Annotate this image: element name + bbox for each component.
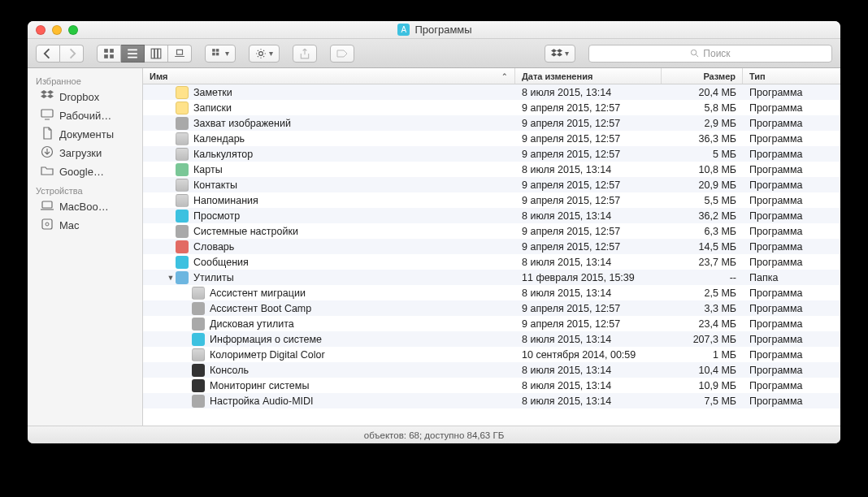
file-date: 9 апреля 2015, 12:57 (515, 102, 662, 114)
column-kind[interactable]: Тип (743, 68, 840, 84)
svg-rect-2 (104, 54, 108, 58)
table-row[interactable]: Карты8 июля 2015, 13:1410,8 МБПрограмма (143, 162, 840, 177)
svg-rect-8 (212, 49, 215, 52)
file-size: 20,4 МБ (662, 87, 743, 98)
arrange-button[interactable]: ▾ (205, 45, 236, 63)
columns-icon (150, 48, 162, 59)
close-button[interactable] (36, 25, 46, 35)
file-kind: Программа (743, 349, 840, 361)
minimize-button[interactable] (52, 25, 62, 35)
file-name: Карты (193, 164, 223, 175)
sidebar-item-favorite[interactable]: Рабочий… (28, 106, 142, 125)
share-button[interactable] (293, 45, 317, 63)
file-name: Системные настройки (193, 226, 298, 237)
sidebar-item-favorite[interactable]: Загрузки (28, 144, 142, 162)
file-name: Мониторинг системы (210, 380, 309, 391)
table-row[interactable]: Контакты9 апреля 2015, 12:5720,9 МБПрогр… (143, 177, 840, 192)
file-kind: Папка (743, 272, 840, 283)
view-list-button[interactable] (121, 45, 145, 63)
file-size: 23,7 МБ (662, 257, 743, 268)
table-row[interactable]: Калькулятор9 апреля 2015, 12:575 МБПрогр… (143, 146, 840, 162)
view-columns-button[interactable] (145, 45, 168, 63)
file-date: 9 апреля 2015, 12:57 (515, 195, 662, 206)
file-icon (176, 102, 189, 115)
column-size[interactable]: Размер (662, 68, 743, 84)
zoom-button[interactable] (68, 25, 78, 35)
file-date: 9 апреля 2015, 12:57 (515, 303, 662, 314)
file-icon (176, 271, 189, 284)
file-kind: Программа (743, 365, 840, 376)
sidebar-item-label: MacBoo… (59, 201, 109, 213)
file-size: 36,3 МБ (662, 133, 743, 145)
file-icon (176, 86, 189, 99)
action-button[interactable]: ▾ (249, 45, 280, 63)
table-row[interactable]: Колориметр Digital Color10 сентября 2014… (143, 347, 840, 362)
view-icons-button[interactable] (97, 45, 121, 63)
list-icon (127, 48, 138, 59)
view-coverflow-button[interactable] (168, 45, 192, 63)
table-row[interactable]: Календарь9 апреля 2015, 12:5736,3 МБПрог… (143, 131, 840, 146)
disk-icon (41, 218, 54, 233)
file-icon (176, 240, 189, 253)
file-name: Записки (193, 102, 232, 114)
tags-button[interactable] (330, 45, 354, 63)
file-name: Ассистент Boot Camp (210, 303, 311, 314)
svg-point-18 (46, 223, 49, 226)
window-title-text: Программы (414, 24, 471, 36)
sidebar-item-favorite[interactable]: Dropbox (28, 88, 142, 106)
table-row[interactable]: Консоль8 июля 2015, 13:1410,4 МБПрограмм… (143, 362, 840, 378)
table-row[interactable]: Настройка Audio-MIDI8 июля 2015, 13:147,… (143, 393, 840, 408)
table-row[interactable]: Записки9 апреля 2015, 12:575,8 МБПрограм… (143, 100, 840, 115)
sidebar-item-favorite[interactable]: Документы (28, 125, 142, 144)
window-title: A Программы (78, 24, 792, 36)
file-name: Напоминания (193, 195, 258, 206)
column-name[interactable]: Имя⌃ (143, 68, 515, 84)
table-row[interactable]: Заметки8 июля 2015, 13:1420,4 МБПрограмм… (143, 84, 840, 100)
chevron-down-icon: ▾ (565, 49, 569, 58)
table-row[interactable]: Дисковая утилита9 апреля 2015, 12:5723,4… (143, 316, 840, 331)
table-row[interactable]: Ассистент миграции8 июля 2015, 13:142,5 … (143, 285, 840, 300)
back-button[interactable] (36, 45, 60, 63)
table-row[interactable]: Мониторинг системы8 июля 2015, 13:1410,9… (143, 378, 840, 393)
file-icon (192, 348, 205, 361)
svg-rect-6 (158, 49, 161, 58)
grid-icon (103, 48, 115, 59)
table-row[interactable]: Напоминания9 апреля 2015, 12:575,5 МБПро… (143, 192, 840, 208)
file-date: 8 июля 2015, 13:14 (515, 257, 662, 268)
file-kind: Программа (743, 149, 840, 160)
folder-icon (41, 164, 54, 179)
file-name: Просмотр (193, 210, 240, 222)
dropbox-button[interactable]: ▾ (545, 45, 575, 63)
arrange-icon (211, 48, 223, 59)
tag-icon (336, 48, 348, 59)
table-row[interactable]: Системные настройки9 апреля 2015, 12:576… (143, 223, 840, 239)
table-row[interactable]: Сообщения8 июля 2015, 13:1423,7 МБПрогра… (143, 254, 840, 270)
sidebar-item-favorite[interactable]: Google… (28, 162, 142, 181)
table-row[interactable]: Ассистент Boot Camp9 апреля 2015, 12:573… (143, 300, 840, 316)
sidebar-item-label: Загрузки (59, 147, 102, 159)
list-body[interactable]: Заметки8 июля 2015, 13:1420,4 МБПрограмм… (143, 84, 840, 426)
traffic-lights (36, 25, 78, 35)
file-size: 207,3 МБ (662, 334, 743, 345)
forward-button[interactable] (60, 45, 84, 63)
table-row[interactable]: Информация о системе8 июля 2015, 13:1420… (143, 331, 840, 347)
table-row[interactable]: Захват изображений9 апреля 2015, 12:572,… (143, 115, 840, 131)
table-row[interactable]: Просмотр8 июля 2015, 13:1436,2 МБПрограм… (143, 208, 840, 223)
file-icon (192, 379, 205, 392)
file-kind: Программа (743, 380, 840, 391)
documents-icon (41, 127, 54, 142)
file-size: 6,3 МБ (662, 226, 743, 237)
column-date[interactable]: Дата изменения (515, 68, 662, 84)
file-size: 2,9 МБ (662, 118, 743, 129)
table-row[interactable]: Словарь9 апреля 2015, 12:5714,5 МБПрогра… (143, 239, 840, 254)
disclosure-icon[interactable]: ▼ (166, 274, 176, 282)
file-kind: Программа (743, 195, 840, 206)
search-field[interactable]: Поиск (588, 45, 832, 63)
file-size: 10,9 МБ (662, 380, 743, 391)
sidebar-item-device[interactable]: Mac (28, 216, 142, 235)
sidebar-item-device[interactable]: MacBoo… (28, 197, 142, 216)
file-name: Дисковая утилита (210, 318, 294, 330)
svg-rect-1 (110, 49, 114, 53)
file-kind: Программа (743, 164, 840, 175)
table-row[interactable]: ▼Утилиты11 февраля 2015, 15:39--Папка (143, 270, 840, 285)
